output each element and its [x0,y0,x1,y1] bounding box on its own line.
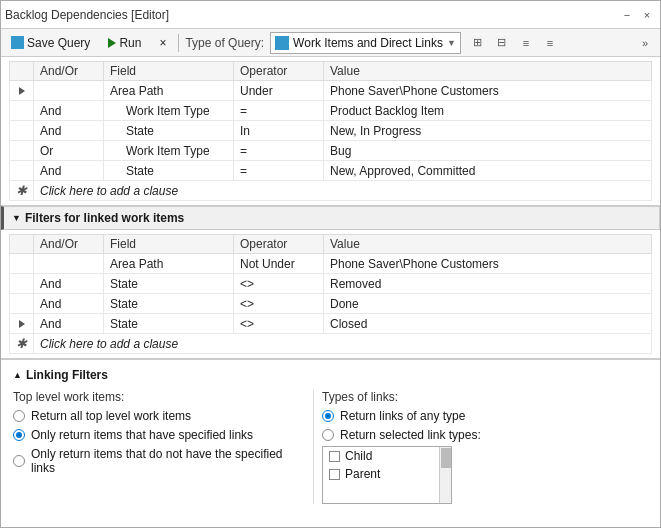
field-cell[interactable]: Work Item Type [104,141,234,161]
link-types-listbox[interactable]: Child Parent [322,446,452,504]
title-bar: Backlog Dependencies [Editor] − × [1,1,660,29]
value-cell[interactable]: New, In Progress [324,121,652,141]
field-cell[interactable]: State [104,274,234,294]
toolbar-icon-3[interactable]: ≡ [515,32,537,54]
value-cell[interactable]: Closed [324,314,652,334]
left-radio-item-0[interactable]: Return all top level work items [13,409,297,423]
field-cell[interactable]: State [104,121,234,141]
field-cell[interactable]: State [104,314,234,334]
field-cell[interactable]: State [104,161,234,181]
checkbox [329,469,340,480]
right-radio-item-1[interactable]: Return selected link types: [322,428,648,442]
toolbar: Save Query Run × Type of Query: Work Ite… [1,29,660,57]
radio-label: Only return items that do not have the s… [31,447,297,475]
field-cell[interactable]: Area Path [104,254,234,274]
right-radio-item-0[interactable]: Return links of any type [322,409,648,423]
cancel-button[interactable]: × [153,32,172,54]
type-label: Type of Query: [185,36,264,50]
link-types-label: Types of links: [322,390,648,404]
linking-filters-title: ▲ Linking Filters [13,368,648,382]
toolbar-separator [178,34,179,52]
table-row[interactable]: And State <> Removed [10,274,652,294]
operator-cell[interactable]: = [234,101,324,121]
andor-cell[interactable] [34,81,104,101]
linked-section-title: Filters for linked work items [25,211,184,225]
field-cell[interactable]: Area Path [104,81,234,101]
link-type-item-0[interactable]: Child [323,447,451,465]
value-cell[interactable]: Done [324,294,652,314]
linked-query-table: And/Or Field Operator Value Area Path No… [9,234,652,354]
operator-cell[interactable]: Not Under [234,254,324,274]
pin-button[interactable]: − [618,6,636,24]
table-row[interactable]: Area Path Not Under Phone Saver\Phone Cu… [10,254,652,274]
linked-query-section: And/Or Field Operator Value Area Path No… [1,230,660,358]
lcol-header-field: Field [104,235,234,254]
table-row[interactable]: And State In New, In Progress [10,121,652,141]
row-arrow-cell [10,294,34,314]
operator-cell[interactable]: <> [234,314,324,334]
operator-cell[interactable]: = [234,141,324,161]
andor-cell[interactable]: And [34,274,104,294]
radio-circle [13,410,25,422]
save-query-button[interactable]: Save Query [5,32,96,54]
andor-cell[interactable]: And [34,294,104,314]
add-clause-row[interactable]: ✱ Click here to add a clause [10,334,652,354]
close-button[interactable]: × [638,6,656,24]
content-area: And/Or Field Operator Value Area Path Un… [1,57,660,527]
operator-cell[interactable]: <> [234,274,324,294]
andor-cell[interactable]: And [34,121,104,141]
add-clause-row[interactable]: ✱ Click here to add a clause [10,181,652,201]
linked-section-header: ▼ Filters for linked work items [1,206,660,230]
link-types-radio-group: Return links of any type Return selected… [322,409,648,442]
lcol-header-operator: Operator [234,235,324,254]
left-radio-item-1[interactable]: Only return items that have specified li… [13,428,297,442]
value-cell[interactable]: Product Backlog Item [324,101,652,121]
value-cell[interactable]: Phone Saver\Phone Customers [324,254,652,274]
operator-cell[interactable]: = [234,161,324,181]
andor-cell[interactable]: And [34,161,104,181]
toolbar-icon-1[interactable]: ⊞ [467,32,489,54]
row-expand-icon [19,87,25,95]
field-cell[interactable]: Work Item Type [104,101,234,121]
run-button[interactable]: Run [102,32,147,54]
value-cell[interactable]: Removed [324,274,652,294]
table-row[interactable]: Area Path Under Phone Saver\Phone Custom… [10,81,652,101]
operator-cell[interactable]: In [234,121,324,141]
linked-table-header: And/Or Field Operator Value [10,235,652,254]
value-cell[interactable]: New, Approved, Committed [324,161,652,181]
toolbar-overflow-button[interactable]: » [634,32,656,54]
row-arrow-cell [10,101,34,121]
table-row[interactable]: And Work Item Type = Product Backlog Ite… [10,101,652,121]
radio-circle [13,455,25,467]
operator-cell[interactable]: Under [234,81,324,101]
col-header-field: Field [104,62,234,81]
link-type-item-1[interactable]: Parent [323,465,451,483]
andor-cell[interactable] [34,254,104,274]
add-asterisk: ✱ [10,181,34,201]
radio-circle [322,410,334,422]
value-cell[interactable]: Bug [324,141,652,161]
toolbar-icon-4[interactable]: ≡ [539,32,561,54]
andor-cell[interactable]: And [34,314,104,334]
andor-cell[interactable]: And [34,101,104,121]
col-header-value: Value [324,62,652,81]
table-row[interactable]: And State = New, Approved, Committed [10,161,652,181]
row-arrow-cell [10,254,34,274]
field-cell[interactable]: State [104,294,234,314]
value-cell[interactable]: Phone Saver\Phone Customers [324,81,652,101]
add-clause-label[interactable]: Click here to add a clause [34,334,652,354]
operator-cell[interactable]: <> [234,294,324,314]
left-radio-item-2[interactable]: Only return items that do not have the s… [13,447,297,475]
toolbar-icon-2[interactable]: ⊟ [491,32,513,54]
table-row[interactable]: Or Work Item Type = Bug [10,141,652,161]
linking-right-col: Types of links: Return links of any type… [313,390,648,504]
table-row[interactable]: And State <> Done [10,294,652,314]
add-clause-label[interactable]: Click here to add a clause [34,181,652,201]
andor-cell[interactable]: Or [34,141,104,161]
query-type-dropdown[interactable]: Work Items and Direct Links ▼ [270,32,461,54]
table-row[interactable]: And State <> Closed [10,314,652,334]
run-icon [108,38,116,48]
top-table-header: And/Or Field Operator Value [10,62,652,81]
lcol-header-andor: And/Or [34,235,104,254]
radio-label: Return selected link types: [340,428,481,442]
